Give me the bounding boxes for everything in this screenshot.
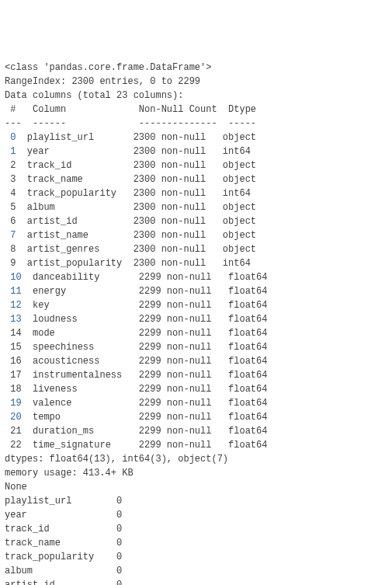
- col-dtype: object: [223, 202, 262, 213]
- col-count: 2299 non-null: [139, 398, 228, 409]
- col-name: duration_ms: [33, 426, 139, 437]
- col-count: 2299 non-null: [139, 356, 228, 367]
- col-index: 16: [5, 356, 33, 367]
- col-index: 14: [5, 328, 33, 339]
- col-index: 22: [5, 440, 33, 451]
- col-count: 2300 non-null: [134, 244, 223, 255]
- info-row: 19 valence 2299 non-null float64: [5, 396, 387, 410]
- null-col-name: playlist_url: [5, 496, 116, 507]
- null-col-val: 0: [116, 552, 122, 562]
- info-memory-line-text: memory usage: 413.4+ KB: [5, 468, 134, 479]
- col-dtype: float64: [228, 300, 267, 311]
- info-row: 9 artist_popularity 2300 non-null int64: [5, 256, 387, 270]
- info-row: 20 tempo 2299 non-null float64: [5, 410, 387, 424]
- col-dtype: float64: [228, 426, 267, 437]
- null-row: artist_id 0: [5, 578, 387, 585]
- col-dtype: float64: [228, 342, 267, 353]
- col-count: 2300 non-null: [134, 202, 223, 213]
- info-row: 15 speechiness 2299 non-null float64: [5, 340, 387, 354]
- col-name: acousticness: [33, 356, 139, 367]
- col-count: 2299 non-null: [139, 412, 228, 423]
- col-dtype: float64: [228, 314, 267, 325]
- info-row: 1 year 2300 non-null int64: [5, 145, 387, 158]
- col-dtype: float64: [228, 272, 267, 283]
- col-index: 8: [5, 244, 27, 255]
- null-row: track_popularity 0: [5, 550, 387, 564]
- info-row: 13 loudness 2299 non-null float64: [5, 312, 387, 326]
- info-row: 2 track_id 2300 non-null object: [5, 158, 387, 172]
- col-name: danceability: [33, 272, 139, 283]
- null-col-name: artist_id: [5, 580, 116, 585]
- col-count: 2299 non-null: [139, 426, 228, 437]
- col-dtype: int64: [223, 258, 262, 269]
- col-name: year: [27, 146, 134, 157]
- col-dtype: float64: [228, 286, 267, 297]
- col-count: 2299 non-null: [139, 342, 228, 353]
- null-row: playlist_url 0: [5, 494, 387, 508]
- info-datacols-line: Data columns (total 23 columns):: [5, 89, 387, 103]
- col-name: artist_id: [27, 216, 134, 227]
- col-count: 2300 non-null: [134, 146, 223, 157]
- null-col-val: 0: [116, 566, 122, 576]
- col-count: 2300 non-null: [134, 216, 223, 227]
- col-dtype: int64: [223, 188, 262, 199]
- info-row: 4 track_popularity 2300 non-null int64: [5, 186, 387, 200]
- col-dtype: float64: [228, 356, 267, 367]
- col-index: 19: [5, 398, 33, 409]
- col-name: album: [27, 202, 134, 213]
- col-count: 2299 non-null: [139, 300, 228, 311]
- col-index: 21: [5, 426, 33, 437]
- col-count: 2300 non-null: [134, 188, 223, 199]
- null-col-name: track_popularity: [5, 552, 116, 562]
- info-row: 10 danceability 2299 non-null float64: [5, 270, 387, 284]
- col-index: 11: [5, 286, 33, 297]
- col-dtype: object: [223, 132, 262, 143]
- col-index: 2: [5, 160, 27, 171]
- info-none-line: None: [5, 480, 387, 494]
- info-row: 18 liveness 2299 non-null float64: [5, 382, 387, 396]
- col-count: 2299 non-null: [139, 286, 228, 297]
- info-row: 11 energy 2299 non-null float64: [5, 284, 387, 298]
- col-name: tempo: [33, 412, 139, 423]
- col-count: 2300 non-null: [134, 160, 223, 171]
- info-datacols-line-text: Data columns (total 23 columns):: [5, 90, 183, 101]
- col-index: 15: [5, 342, 33, 353]
- null-col-name: track_id: [5, 524, 116, 535]
- col-index: 1: [5, 146, 27, 157]
- info-range-line-text: RangeIndex: 2300 entries, 0 to 2299: [5, 76, 200, 87]
- col-index: 10: [5, 272, 33, 283]
- info-row: 14 mode 2299 non-null float64: [5, 326, 387, 340]
- col-name: mode: [33, 328, 139, 339]
- col-count: 2300 non-null: [134, 258, 223, 269]
- col-index: 9: [5, 258, 27, 269]
- col-dtype: float64: [228, 328, 267, 339]
- col-index: 3: [5, 174, 27, 185]
- col-name: speechiness: [33, 342, 139, 353]
- null-col-name: year: [5, 510, 116, 521]
- col-name: instrumentalness: [33, 370, 139, 381]
- null-row: album 0: [5, 564, 387, 578]
- info-divider-line-text: --- ------ -------------- -----: [5, 118, 267, 129]
- null-col-name: track_name: [5, 538, 116, 548]
- col-dtype: object: [223, 230, 262, 241]
- null-col-val: 0: [116, 580, 122, 585]
- col-name: loudness: [33, 314, 139, 325]
- col-dtype: object: [223, 216, 262, 227]
- info-row: 8 artist_genres 2300 non-null object: [5, 242, 387, 256]
- info-range-line: RangeIndex: 2300 entries, 0 to 2299: [5, 75, 387, 89]
- col-name: track_name: [27, 174, 134, 185]
- dataframe-info-output: <class 'pandas.core.frame.DataFrame'>Ran…: [5, 61, 387, 585]
- info-dtypes-line-text: dtypes: float64(13), int64(3), object(7): [5, 454, 228, 465]
- col-name: liveness: [33, 384, 139, 395]
- info-dtypes-line: dtypes: float64(13), int64(3), object(7): [5, 452, 387, 466]
- info-memory-line: memory usage: 413.4+ KB: [5, 466, 387, 480]
- info-header-line: # Column Non-Null Count Dtype: [5, 103, 387, 117]
- col-count: 2300 non-null: [134, 132, 223, 143]
- info-class-line-text: <class 'pandas.core.frame.DataFrame'>: [5, 62, 211, 73]
- col-name: track_popularity: [27, 188, 134, 199]
- col-name: key: [33, 300, 139, 311]
- info-row: 21 duration_ms 2299 non-null float64: [5, 424, 387, 438]
- info-row: 6 artist_id 2300 non-null object: [5, 214, 387, 228]
- col-count: 2299 non-null: [139, 440, 228, 451]
- col-index: 4: [5, 188, 27, 199]
